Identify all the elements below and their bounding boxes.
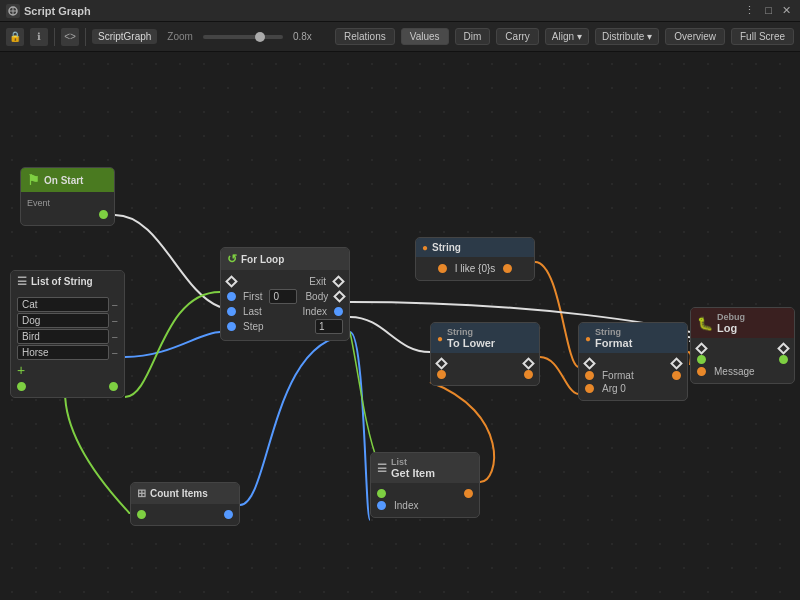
format-arg0-in[interactable] bbox=[585, 384, 594, 393]
debuglog-exec-in[interactable] bbox=[695, 342, 708, 355]
debuglog-title: Debug bbox=[717, 312, 745, 322]
format-header: ● String Format bbox=[579, 323, 687, 353]
count-icon: ⊞ bbox=[137, 487, 146, 500]
overview-button[interactable]: Overview bbox=[665, 28, 725, 45]
debuglog-green-out[interactable] bbox=[779, 355, 788, 364]
carry-button[interactable]: Carry bbox=[496, 28, 538, 45]
string1-header: ● String bbox=[416, 238, 534, 257]
string1-right-port[interactable] bbox=[503, 264, 512, 273]
format-exec-in[interactable] bbox=[583, 357, 596, 370]
restore-icon[interactable]: □ bbox=[762, 4, 775, 17]
list-title: List of String bbox=[31, 276, 93, 287]
forloop-first-input[interactable] bbox=[269, 289, 297, 304]
format-out-port[interactable] bbox=[672, 371, 681, 380]
list-body: Cat − Dog − Bird − Horse − + bbox=[11, 292, 124, 397]
list-out-port-right[interactable] bbox=[109, 382, 118, 391]
count-out-port[interactable] bbox=[224, 510, 233, 519]
zoom-thumb[interactable] bbox=[255, 32, 265, 42]
menu-icon[interactable]: ⋮ bbox=[741, 4, 758, 17]
forloop-step-input[interactable] bbox=[315, 319, 343, 334]
list-val-cat[interactable]: Cat bbox=[17, 297, 109, 312]
zoom-slider[interactable] bbox=[203, 35, 283, 39]
info-icon[interactable]: ℹ bbox=[30, 28, 48, 46]
values-button[interactable]: Values bbox=[401, 28, 449, 45]
window-controls[interactable]: ⋮ □ ✕ bbox=[741, 4, 794, 17]
list-val-dog[interactable]: Dog bbox=[17, 313, 109, 328]
list-add-button[interactable]: + bbox=[17, 362, 118, 378]
forloop-last-in[interactable] bbox=[227, 307, 236, 316]
forloop-body: Exit First Body Last Index Step bbox=[221, 270, 349, 340]
getitem-out-port[interactable] bbox=[464, 489, 473, 498]
node-tolower: ● String To Lower bbox=[430, 322, 540, 386]
tolower-subtitle: To Lower bbox=[447, 337, 495, 349]
node-string1: ● String I like {0}s bbox=[415, 237, 535, 281]
lock-icon[interactable]: 🔒 bbox=[6, 28, 24, 46]
list-val-horse[interactable]: Horse bbox=[17, 345, 109, 360]
node-format: ● String Format Format Arg 0 bbox=[578, 322, 688, 401]
align-button[interactable]: Align ▾ bbox=[545, 28, 589, 45]
fullscreen-button[interactable]: Full Scree bbox=[731, 28, 794, 45]
string1-left-port[interactable] bbox=[438, 264, 447, 273]
close-icon[interactable]: ✕ bbox=[779, 4, 794, 17]
forloop-exit-port[interactable] bbox=[332, 275, 345, 288]
distribute-button[interactable]: Distribute ▾ bbox=[595, 28, 659, 45]
format-format-in[interactable] bbox=[585, 371, 594, 380]
code-icon[interactable]: <> bbox=[61, 28, 79, 46]
debuglog-body: Message bbox=[691, 338, 794, 383]
forloop-body-port[interactable] bbox=[333, 290, 346, 303]
onstart-body: Event bbox=[21, 192, 114, 225]
list-remove-dog[interactable]: − bbox=[112, 315, 118, 327]
list-val-bird[interactable]: Bird bbox=[17, 329, 109, 344]
list-remove-horse[interactable]: − bbox=[112, 347, 118, 359]
format-exec-out[interactable] bbox=[670, 357, 683, 370]
toolbar: 🔒 ℹ <> ScriptGraph Zoom 0.8x Relations V… bbox=[0, 22, 800, 52]
debuglog-msg-in[interactable] bbox=[697, 367, 706, 376]
forloop-first-in[interactable] bbox=[227, 292, 236, 301]
debuglog-exec-row bbox=[697, 344, 788, 353]
forloop-step-in[interactable] bbox=[227, 322, 236, 331]
list-item-cat: Cat − bbox=[17, 297, 118, 312]
list-remove-cat[interactable]: − bbox=[112, 299, 118, 311]
format-exec-row bbox=[585, 359, 681, 368]
format-format-label: Format bbox=[602, 370, 664, 381]
tolower-title: String bbox=[447, 327, 495, 337]
tolower-exec-in[interactable] bbox=[435, 357, 448, 370]
node-list: ☰ List of String Cat − Dog − Bird − Hors… bbox=[10, 270, 125, 398]
getitem-list-in[interactable] bbox=[377, 489, 386, 498]
tolower-in-port[interactable] bbox=[437, 370, 446, 379]
getitem-index-row: Index bbox=[377, 500, 473, 511]
dim-button[interactable]: Dim bbox=[455, 28, 491, 45]
debuglog-green-in[interactable] bbox=[697, 355, 706, 364]
forloop-index-port[interactable] bbox=[334, 307, 343, 316]
format-title: String bbox=[595, 327, 632, 337]
canvas[interactable]: ⚑ On Start Event ☰ List of String Cat − … bbox=[0, 52, 800, 600]
string1-value-row: I like {0}s bbox=[422, 263, 528, 274]
count-header: ⊞ Count Items bbox=[131, 483, 239, 504]
forloop-icon: ↺ bbox=[227, 252, 237, 266]
tolower-out-port[interactable] bbox=[524, 370, 533, 379]
forloop-last-row: Last Index bbox=[227, 306, 343, 317]
tolower-exec-out[interactable] bbox=[522, 357, 535, 370]
list-remove-bird[interactable]: − bbox=[112, 331, 118, 343]
forloop-exec-in[interactable] bbox=[225, 275, 238, 288]
tolower-titles: String To Lower bbox=[447, 327, 495, 349]
forloop-step-row: Step bbox=[227, 319, 343, 334]
getitem-list-row bbox=[377, 489, 473, 498]
format-titles: String Format bbox=[595, 327, 632, 349]
count-in-port[interactable] bbox=[137, 510, 146, 519]
forloop-exec-row: Exit bbox=[227, 276, 343, 287]
relations-button[interactable]: Relations bbox=[335, 28, 395, 45]
forloop-first-row: First Body bbox=[227, 289, 343, 304]
getitem-header: ☰ List Get Item bbox=[371, 453, 479, 483]
forloop-header: ↺ For Loop bbox=[221, 248, 349, 270]
list-out-port-left[interactable] bbox=[17, 382, 26, 391]
count-ports-row bbox=[137, 510, 233, 519]
string1-value: I like {0}s bbox=[455, 263, 496, 274]
node-onstart: ⚑ On Start Event bbox=[20, 167, 115, 226]
onstart-out-port[interactable] bbox=[99, 210, 108, 219]
getitem-index-in[interactable] bbox=[377, 501, 386, 510]
debuglog-header: 🐛 Debug Log bbox=[691, 308, 794, 338]
debuglog-exec-out[interactable] bbox=[777, 342, 790, 355]
getitem-body: Index bbox=[371, 483, 479, 517]
scriptgraph-tab[interactable]: ScriptGraph bbox=[92, 29, 157, 44]
